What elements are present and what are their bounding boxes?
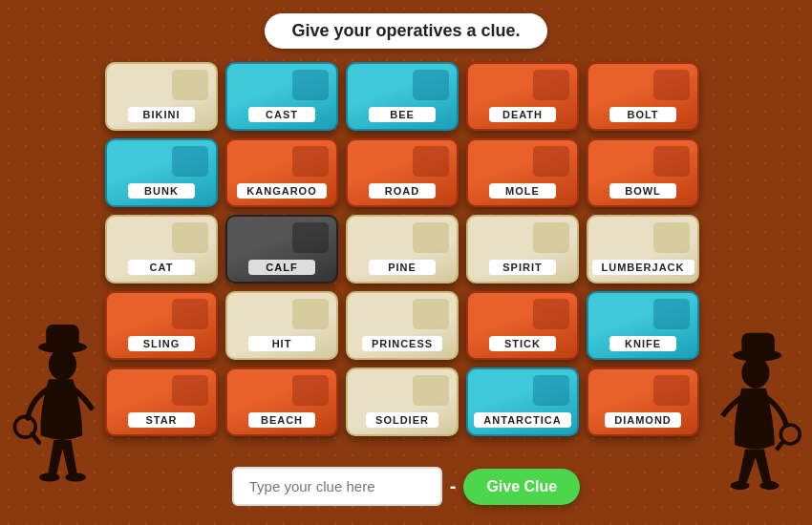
dash-separator: - bbox=[450, 475, 457, 497]
card-image bbox=[653, 222, 690, 253]
card-label: PINE bbox=[369, 260, 436, 275]
svg-rect-1 bbox=[46, 325, 79, 348]
card-label: BOWL bbox=[609, 183, 676, 199]
card-label: BUNK bbox=[128, 183, 195, 199]
card-road[interactable]: ROAD bbox=[346, 138, 459, 207]
card-label: ANTARCTICA bbox=[474, 412, 570, 428]
svg-point-10 bbox=[780, 425, 800, 444]
header: Give your operatives a clue. bbox=[0, 0, 812, 56]
card-soldier[interactable]: SOLDIER bbox=[346, 368, 459, 436]
card-image bbox=[533, 299, 569, 329]
card-label: DEATH bbox=[489, 107, 556, 122]
card-image bbox=[413, 146, 449, 177]
card-label: BEE bbox=[369, 107, 436, 122]
card-label: LUMBERJACK bbox=[592, 260, 694, 275]
card-label: STICK bbox=[489, 336, 556, 351]
card-image bbox=[292, 222, 329, 253]
svg-point-2 bbox=[49, 348, 76, 380]
card-diamond[interactable]: DIAMOND bbox=[587, 368, 699, 436]
card-label: BIKINI bbox=[128, 107, 195, 122]
card-image bbox=[413, 299, 449, 329]
card-bikini[interactable]: BIKINI bbox=[105, 62, 218, 131]
card-stick[interactable]: STICK bbox=[466, 291, 579, 360]
card-princess[interactable]: PRINCESS bbox=[346, 291, 459, 360]
card-grid: BIKINICASTBEEDEATHBOLTBUNKKANGAROOROADMO… bbox=[105, 62, 707, 436]
card-image bbox=[653, 299, 690, 329]
card-image bbox=[292, 70, 329, 100]
card-knife[interactable]: KNIFE bbox=[587, 291, 699, 360]
card-cat[interactable]: CAT bbox=[105, 215, 218, 284]
card-label: KNIFE bbox=[609, 336, 676, 351]
card-bee[interactable]: BEE bbox=[346, 62, 459, 131]
card-label: CAST bbox=[248, 107, 315, 122]
card-image bbox=[413, 222, 449, 253]
card-label: SOLDIER bbox=[366, 412, 438, 428]
card-antarctica[interactable]: ANTARCTICA bbox=[466, 368, 579, 436]
card-hit[interactable]: HIT bbox=[225, 291, 338, 360]
bottom-bar: - Give Clue bbox=[0, 467, 812, 506]
card-calf[interactable]: CALF bbox=[225, 215, 338, 284]
card-image bbox=[172, 70, 208, 100]
card-image bbox=[533, 222, 569, 253]
clue-input[interactable] bbox=[232, 467, 442, 506]
card-image bbox=[413, 70, 449, 100]
svg-line-11 bbox=[777, 441, 783, 450]
card-beach[interactable]: BEACH bbox=[225, 368, 338, 436]
card-image bbox=[533, 375, 569, 406]
card-label: STAR bbox=[128, 412, 195, 428]
card-image bbox=[172, 146, 208, 177]
card-label: PRINCESS bbox=[362, 336, 442, 351]
card-label: SLING bbox=[128, 336, 195, 351]
card-label: SPIRIT bbox=[489, 260, 556, 275]
card-image bbox=[653, 70, 690, 100]
card-lumberjack[interactable]: LUMBERJACK bbox=[587, 215, 699, 284]
card-bowl[interactable]: BOWL bbox=[587, 138, 699, 207]
card-image bbox=[533, 70, 569, 100]
card-label: ROAD bbox=[369, 183, 436, 199]
card-label: HIT bbox=[248, 336, 315, 351]
card-label: DIAMOND bbox=[605, 412, 681, 428]
card-image bbox=[292, 375, 329, 406]
card-label: BEACH bbox=[248, 412, 315, 428]
card-image bbox=[653, 375, 690, 406]
card-pine[interactable]: PINE bbox=[346, 215, 459, 284]
card-image bbox=[292, 299, 329, 329]
card-bunk[interactable]: BUNK bbox=[105, 138, 218, 207]
card-image bbox=[172, 222, 208, 253]
card-death[interactable]: DEATH bbox=[466, 62, 579, 131]
give-clue-button[interactable]: Give Clue bbox=[463, 469, 580, 505]
card-image bbox=[292, 146, 329, 177]
svg-line-4 bbox=[32, 434, 39, 443]
header-title: Give your operatives a clue. bbox=[265, 13, 546, 49]
svg-rect-8 bbox=[741, 333, 775, 357]
card-spirit[interactable]: SPIRIT bbox=[466, 215, 579, 284]
card-label: CAT bbox=[128, 260, 195, 275]
card-kangaroo[interactable]: KANGAROO bbox=[225, 138, 338, 207]
card-image bbox=[653, 146, 690, 177]
card-image bbox=[413, 375, 449, 406]
card-label: CALF bbox=[248, 260, 315, 275]
svg-point-9 bbox=[741, 357, 769, 388]
card-label: BOLT bbox=[609, 107, 676, 122]
card-bolt[interactable]: BOLT bbox=[587, 62, 699, 131]
card-mole[interactable]: MOLE bbox=[466, 138, 579, 207]
card-image bbox=[172, 299, 208, 329]
card-label: MOLE bbox=[489, 183, 556, 199]
card-image bbox=[533, 146, 569, 177]
card-label: KANGAROO bbox=[237, 183, 326, 199]
card-image bbox=[172, 375, 208, 406]
card-cast[interactable]: CAST bbox=[225, 62, 338, 131]
